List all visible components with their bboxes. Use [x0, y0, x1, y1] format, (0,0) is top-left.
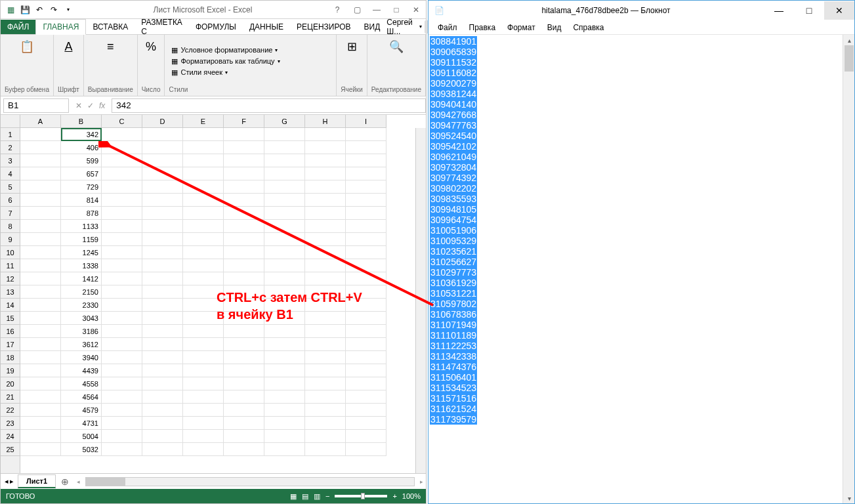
cell[interactable]	[346, 430, 386, 443]
column-header[interactable]: E	[183, 115, 224, 127]
cell[interactable]	[346, 312, 386, 325]
cell[interactable]	[346, 338, 386, 351]
name-box[interactable]	[3, 98, 69, 113]
cell[interactable]	[20, 194, 61, 207]
cell[interactable]	[305, 220, 346, 233]
cell[interactable]	[346, 141, 386, 154]
number-button[interactable]: %	[142, 37, 160, 56]
view-normal-icon[interactable]: ▦	[290, 492, 297, 501]
qat-dropdown-icon[interactable]: ▾	[62, 4, 74, 16]
cell[interactable]	[264, 233, 305, 246]
cell[interactable]	[264, 207, 305, 220]
cell[interactable]	[142, 430, 183, 443]
row-header[interactable]: 23	[1, 417, 20, 430]
row-header[interactable]: 15	[1, 312, 20, 325]
cell[interactable]	[20, 338, 61, 351]
cell[interactable]	[224, 312, 264, 325]
cell[interactable]: 3043	[61, 312, 102, 325]
sheet-prev-icon[interactable]: ◂	[5, 477, 9, 486]
cell[interactable]: 657	[61, 167, 102, 180]
undo-icon[interactable]: ↶	[33, 4, 45, 16]
cell[interactable]	[20, 285, 61, 299]
cell[interactable]	[264, 351, 305, 364]
cell[interactable]	[305, 390, 346, 404]
cell[interactable]	[183, 194, 224, 207]
cell[interactable]	[20, 430, 61, 443]
cell[interactable]	[224, 233, 264, 246]
cell[interactable]	[224, 443, 264, 456]
cell[interactable]	[183, 272, 224, 285]
column-header[interactable]: A	[20, 115, 61, 127]
cell[interactable]: 1245	[61, 246, 102, 259]
cell[interactable]	[142, 338, 183, 351]
redo-icon[interactable]: ↷	[48, 4, 60, 16]
view-pagebreak-icon[interactable]: ▥	[314, 492, 320, 501]
cell[interactable]	[305, 377, 346, 390]
paste-button[interactable]: 📋	[18, 37, 36, 56]
cell[interactable]	[346, 233, 386, 246]
cell[interactable]	[264, 194, 305, 207]
cell[interactable]	[264, 430, 305, 443]
view-pagelayout-icon[interactable]: ▤	[302, 492, 308, 501]
cell[interactable]	[142, 141, 183, 154]
cell[interactable]	[20, 167, 61, 180]
cell[interactable]	[264, 377, 305, 390]
cell[interactable]	[20, 220, 61, 233]
cell[interactable]	[20, 312, 61, 325]
tab-file[interactable]: ФАЙЛ	[1, 20, 35, 34]
row-header[interactable]: 10	[1, 246, 20, 259]
column-header[interactable]: I	[346, 115, 386, 127]
cell[interactable]	[20, 417, 61, 430]
cell[interactable]	[142, 220, 183, 233]
cell[interactable]	[305, 167, 346, 180]
cell[interactable]	[264, 325, 305, 338]
cell[interactable]	[20, 443, 61, 456]
cell[interactable]: 3612	[61, 338, 102, 351]
cell[interactable]	[142, 443, 183, 456]
row-header[interactable]: 11	[1, 259, 20, 272]
cell[interactable]	[142, 351, 183, 364]
cell[interactable]	[305, 325, 346, 338]
cell[interactable]	[102, 272, 142, 285]
cell[interactable]	[224, 194, 264, 207]
cell[interactable]	[102, 390, 142, 404]
cell[interactable]	[183, 167, 224, 180]
cell[interactable]	[346, 390, 386, 404]
cell[interactable]	[183, 364, 224, 377]
cell[interactable]	[142, 272, 183, 285]
cell[interactable]	[305, 299, 346, 312]
cell[interactable]	[102, 207, 142, 220]
cell[interactable]	[305, 207, 346, 220]
row-header[interactable]: 7	[1, 207, 20, 220]
cell[interactable]	[142, 167, 183, 180]
row-header[interactable]: 4	[1, 167, 20, 180]
cell[interactable]: 878	[61, 207, 102, 220]
hscroll-right-icon[interactable]: ▸	[420, 478, 423, 485]
cell[interactable]	[20, 233, 61, 246]
cell[interactable]	[142, 180, 183, 194]
cell[interactable]	[264, 417, 305, 430]
hscroll-left-icon[interactable]: ◂	[77, 478, 80, 485]
cell[interactable]	[305, 141, 346, 154]
cell[interactable]	[346, 377, 386, 390]
cell[interactable]	[224, 128, 264, 141]
cell[interactable]	[305, 259, 346, 272]
row-header[interactable]: 6	[1, 194, 20, 207]
cell[interactable]	[224, 338, 264, 351]
cell[interactable]	[346, 299, 386, 312]
cell[interactable]	[264, 312, 305, 325]
cell[interactable]	[264, 246, 305, 259]
cell[interactable]	[20, 404, 61, 417]
cell[interactable]	[183, 377, 224, 390]
tab-insert[interactable]: ВСТАВКА	[86, 20, 135, 34]
row-header[interactable]: 1	[1, 128, 20, 141]
cell[interactable]	[183, 220, 224, 233]
cell[interactable]: 4564	[61, 390, 102, 404]
help-icon[interactable]: ?	[327, 2, 347, 18]
formula-input[interactable]	[112, 98, 426, 113]
cell[interactable]	[142, 312, 183, 325]
cell[interactable]	[183, 233, 224, 246]
cell[interactable]: 5032	[61, 443, 102, 456]
cell[interactable]: 4731	[61, 417, 102, 430]
cell[interactable]: 1133	[61, 220, 102, 233]
